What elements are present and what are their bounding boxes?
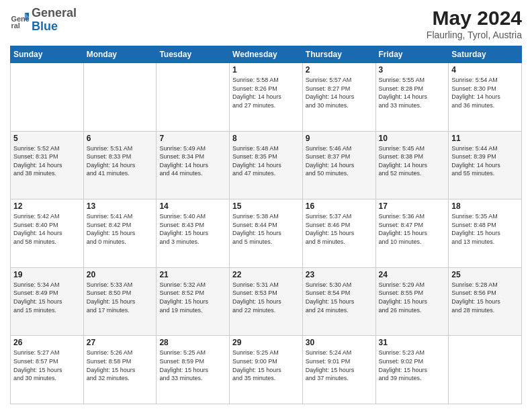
calendar-cell: 23Sunrise: 5:30 AM Sunset: 8:54 PM Dayli… — [302, 267, 375, 336]
day-info: Sunrise: 5:35 AM Sunset: 8:48 PM Dayligh… — [451, 212, 519, 246]
calendar-cell: 3Sunrise: 5:55 AM Sunset: 8:28 PM Daylig… — [375, 63, 449, 132]
calendar-cell: 26Sunrise: 5:27 AM Sunset: 8:57 PM Dayli… — [11, 336, 84, 404]
calendar-cell: 19Sunrise: 5:34 AM Sunset: 8:49 PM Dayli… — [11, 267, 84, 336]
day-number: 23 — [306, 270, 373, 279]
day-number: 16 — [306, 201, 373, 211]
day-info: Sunrise: 5:40 AM Sunset: 8:43 PM Dayligh… — [159, 212, 226, 246]
day-info: Sunrise: 5:45 AM Sunset: 8:38 PM Dayligh… — [379, 144, 446, 178]
day-number: 1 — [232, 65, 300, 75]
day-info: Sunrise: 5:28 AM Sunset: 8:56 PM Dayligh… — [451, 281, 519, 314]
day-number: 8 — [232, 134, 300, 143]
day-number: 3 — [379, 65, 446, 75]
day-info: Sunrise: 5:41 AM Sunset: 8:42 PM Dayligh… — [87, 212, 154, 246]
day-number: 26 — [13, 338, 81, 347]
col-wednesday: Wednesday — [230, 46, 303, 63]
day-number: 14 — [159, 201, 226, 211]
calendar-cell: 6Sunrise: 5:51 AM Sunset: 8:33 PM Daylig… — [83, 131, 157, 199]
calendar-cell: 31Sunrise: 5:23 AM Sunset: 9:02 PM Dayli… — [375, 336, 449, 404]
day-number: 7 — [159, 134, 226, 143]
day-number: 29 — [232, 338, 300, 347]
calendar-cell: 24Sunrise: 5:29 AM Sunset: 8:55 PM Dayli… — [375, 267, 449, 336]
day-info: Sunrise: 5:38 AM Sunset: 8:44 PM Dayligh… — [232, 212, 300, 246]
col-monday: Monday — [83, 46, 157, 63]
day-info: Sunrise: 5:37 AM Sunset: 8:46 PM Dayligh… — [306, 212, 373, 246]
day-info: Sunrise: 5:24 AM Sunset: 9:01 PM Dayligh… — [306, 349, 373, 382]
day-info: Sunrise: 5:44 AM Sunset: 8:39 PM Dayligh… — [451, 144, 519, 178]
day-number: 5 — [13, 134, 81, 143]
day-info: Sunrise: 5:48 AM Sunset: 8:35 PM Dayligh… — [232, 144, 300, 178]
calendar-week-row: 19Sunrise: 5:34 AM Sunset: 8:49 PM Dayli… — [11, 267, 522, 336]
day-number: 27 — [87, 338, 154, 347]
day-number: 18 — [451, 201, 519, 211]
day-number: 20 — [87, 270, 154, 279]
col-friday: Friday — [375, 46, 449, 63]
calendar-cell: 27Sunrise: 5:26 AM Sunset: 8:58 PM Dayli… — [83, 336, 157, 404]
day-number: 30 — [306, 338, 373, 347]
calendar-cell: 20Sunrise: 5:33 AM Sunset: 8:50 PM Dayli… — [83, 267, 157, 336]
logo-general: General Blue — [32, 7, 77, 34]
calendar-cell: 28Sunrise: 5:25 AM Sunset: 8:59 PM Dayli… — [157, 336, 230, 404]
calendar-cell: 16Sunrise: 5:37 AM Sunset: 8:46 PM Dayli… — [302, 199, 375, 268]
calendar-week-row: 5Sunrise: 5:52 AM Sunset: 8:31 PM Daylig… — [11, 131, 522, 199]
day-info: Sunrise: 5:51 AM Sunset: 8:33 PM Dayligh… — [87, 144, 154, 178]
day-number: 4 — [451, 65, 519, 75]
day-number: 11 — [451, 134, 519, 143]
day-number: 28 — [159, 338, 226, 347]
day-number: 17 — [379, 201, 446, 211]
calendar-week-row: 1Sunrise: 5:58 AM Sunset: 8:26 PM Daylig… — [11, 63, 522, 132]
calendar-cell: 25Sunrise: 5:28 AM Sunset: 8:56 PM Dayli… — [449, 267, 522, 336]
calendar-cell: 1Sunrise: 5:58 AM Sunset: 8:26 PM Daylig… — [230, 63, 303, 132]
calendar-cell: 18Sunrise: 5:35 AM Sunset: 8:48 PM Dayli… — [449, 199, 522, 268]
calendar-cell: 11Sunrise: 5:44 AM Sunset: 8:39 PM Dayli… — [449, 131, 522, 199]
title-block: May 2024 Flaurling, Tyrol, Austria — [427, 7, 522, 40]
svg-text:ral: ral — [11, 21, 20, 30]
col-tuesday: Tuesday — [157, 46, 230, 63]
day-info: Sunrise: 5:23 AM Sunset: 9:02 PM Dayligh… — [379, 349, 446, 382]
calendar-cell: 17Sunrise: 5:36 AM Sunset: 8:47 PM Dayli… — [375, 199, 449, 268]
day-info: Sunrise: 5:52 AM Sunset: 8:31 PM Dayligh… — [13, 144, 81, 178]
day-number: 31 — [379, 338, 446, 347]
calendar-cell: 2Sunrise: 5:57 AM Sunset: 8:27 PM Daylig… — [302, 63, 375, 132]
logo: Gene ral General Blue — [10, 7, 77, 34]
day-info: Sunrise: 5:42 AM Sunset: 8:40 PM Dayligh… — [13, 212, 81, 246]
calendar-cell — [449, 336, 522, 404]
calendar-cell: 15Sunrise: 5:38 AM Sunset: 8:44 PM Dayli… — [230, 199, 303, 268]
day-info: Sunrise: 5:33 AM Sunset: 8:50 PM Dayligh… — [87, 281, 154, 314]
calendar-cell: 5Sunrise: 5:52 AM Sunset: 8:31 PM Daylig… — [11, 131, 84, 199]
day-info: Sunrise: 5:25 AM Sunset: 8:59 PM Dayligh… — [159, 349, 226, 382]
calendar-header-row: Sunday Monday Tuesday Wednesday Thursday… — [11, 46, 522, 63]
calendar-cell: 30Sunrise: 5:24 AM Sunset: 9:01 PM Dayli… — [302, 336, 375, 404]
day-info: Sunrise: 5:32 AM Sunset: 8:52 PM Dayligh… — [159, 281, 226, 314]
calendar-cell — [11, 63, 84, 132]
day-number: 2 — [306, 65, 373, 75]
day-number: 22 — [232, 270, 300, 279]
header: Gene ral General Blue May 2024 Flaurling… — [10, 7, 522, 40]
day-info: Sunrise: 5:26 AM Sunset: 8:58 PM Dayligh… — [87, 349, 154, 382]
day-number: 24 — [379, 270, 446, 279]
day-number: 9 — [306, 134, 373, 143]
day-info: Sunrise: 5:49 AM Sunset: 8:34 PM Dayligh… — [159, 144, 226, 178]
location: Flaurling, Tyrol, Austria — [427, 30, 522, 40]
col-thursday: Thursday — [302, 46, 375, 63]
col-saturday: Saturday — [449, 46, 522, 63]
calendar-week-row: 26Sunrise: 5:27 AM Sunset: 8:57 PM Dayli… — [11, 336, 522, 404]
calendar-week-row: 12Sunrise: 5:42 AM Sunset: 8:40 PM Dayli… — [11, 199, 522, 268]
calendar-cell: 22Sunrise: 5:31 AM Sunset: 8:53 PM Dayli… — [230, 267, 303, 336]
calendar-cell — [83, 63, 157, 132]
day-info: Sunrise: 5:27 AM Sunset: 8:57 PM Dayligh… — [13, 349, 81, 382]
day-info: Sunrise: 5:31 AM Sunset: 8:53 PM Dayligh… — [232, 281, 300, 314]
day-info: Sunrise: 5:30 AM Sunset: 8:54 PM Dayligh… — [306, 281, 373, 314]
day-info: Sunrise: 5:46 AM Sunset: 8:37 PM Dayligh… — [306, 144, 373, 178]
day-number: 10 — [379, 134, 446, 143]
calendar-cell: 14Sunrise: 5:40 AM Sunset: 8:43 PM Dayli… — [157, 199, 230, 268]
day-info: Sunrise: 5:54 AM Sunset: 8:30 PM Dayligh… — [451, 76, 519, 109]
calendar-cell: 8Sunrise: 5:48 AM Sunset: 8:35 PM Daylig… — [230, 131, 303, 199]
calendar-cell: 9Sunrise: 5:46 AM Sunset: 8:37 PM Daylig… — [302, 131, 375, 199]
day-number: 25 — [451, 270, 519, 279]
day-info: Sunrise: 5:55 AM Sunset: 8:28 PM Dayligh… — [379, 76, 446, 109]
day-number: 21 — [159, 270, 226, 279]
calendar-cell: 12Sunrise: 5:42 AM Sunset: 8:40 PM Dayli… — [11, 199, 84, 268]
day-info: Sunrise: 5:25 AM Sunset: 9:00 PM Dayligh… — [232, 349, 300, 382]
day-info: Sunrise: 5:57 AM Sunset: 8:27 PM Dayligh… — [306, 76, 373, 109]
page: Gene ral General Blue May 2024 Flaurling… — [0, 0, 532, 411]
